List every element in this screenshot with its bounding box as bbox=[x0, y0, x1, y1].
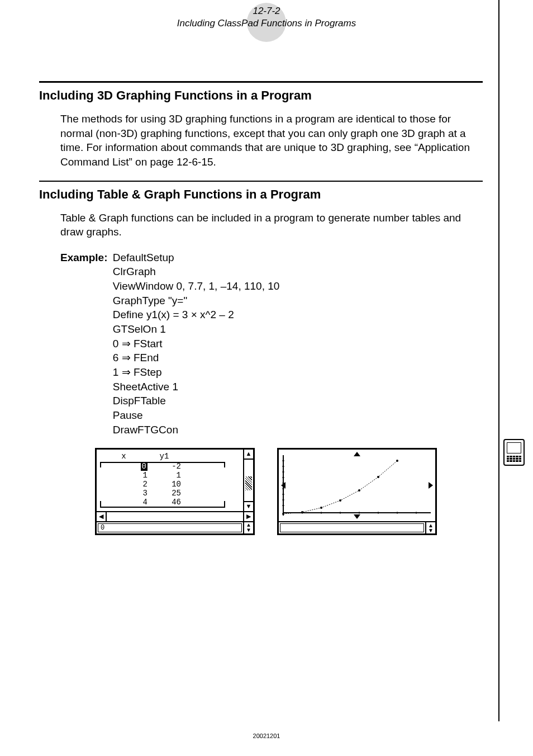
section-body-3d: The methods for using 3D graphing functi… bbox=[39, 112, 483, 169]
code-line: ViewWindow 0, 7.7, 1, –14, 110, 10 bbox=[113, 279, 280, 294]
code-line: SheetActive 1 bbox=[113, 380, 280, 394]
table-screenshot: x y1 0-211210325446 ▲ ▼ ◀ ▶ bbox=[95, 448, 255, 535]
code-line: 6 ⇒ FEnd bbox=[113, 351, 280, 365]
table-cell-y: 25 bbox=[147, 489, 181, 498]
code-line: DefaultSetup bbox=[113, 251, 280, 265]
section-heading-3d: Including 3D Graphing Functions in a Pro… bbox=[39, 88, 483, 103]
page-number: 12-7-2 bbox=[177, 6, 356, 17]
section-divider bbox=[39, 181, 483, 182]
table-col-x: x bbox=[100, 452, 147, 461]
section-divider bbox=[39, 81, 483, 83]
code-line: GraphType "y=" bbox=[113, 294, 280, 308]
code-line: GTSelOn 1 bbox=[113, 322, 280, 337]
code-block: DefaultSetup ClrGraph ViewWindow 0, 7.7,… bbox=[113, 251, 280, 437]
svg-marker-21 bbox=[429, 482, 433, 489]
table-cell-y: 1 bbox=[147, 471, 181, 480]
table-cell-x: 1 bbox=[100, 471, 147, 480]
page-subtitle: Including ClassPad Functions in Programs bbox=[177, 18, 356, 29]
table-row: 0-2 bbox=[100, 462, 240, 471]
status-value: 0 bbox=[98, 523, 242, 532]
example-label: Example: bbox=[60, 251, 107, 265]
code-line: 1 ⇒ FStep bbox=[113, 365, 280, 380]
table-row: 210 bbox=[100, 480, 240, 489]
footer-code: 20021201 bbox=[253, 733, 280, 739]
graph-status-value bbox=[280, 523, 424, 532]
code-line: DispFTable bbox=[113, 394, 280, 408]
svg-marker-19 bbox=[354, 514, 360, 519]
scroll-up-arrow-icon[interactable]: ▲ bbox=[244, 450, 253, 460]
vertical-scrollbar[interactable]: ▲ ▼ bbox=[243, 450, 253, 511]
horizontal-scrollbar[interactable]: ◀ ▶ bbox=[97, 512, 253, 522]
section-body-tablegraph: Table & Graph functions can be included … bbox=[39, 211, 483, 239]
section-heading-tablegraph: Including Table & Graph Functions in a P… bbox=[39, 187, 483, 202]
table-cell-x: 4 bbox=[100, 498, 147, 507]
code-line: 0 ⇒ FStart bbox=[113, 337, 280, 351]
scroll-down-arrow-icon[interactable]: ▼ bbox=[244, 501, 253, 511]
code-line: Define y1(x) = 3 × x^2 – 2 bbox=[113, 308, 280, 322]
svg-marker-18 bbox=[354, 452, 360, 456]
exec-icon[interactable]: ▲▼ bbox=[425, 522, 435, 533]
code-line: Pause bbox=[113, 408, 280, 423]
table-cell-x: 3 bbox=[100, 489, 147, 498]
exec-icon[interactable]: ▲▼ bbox=[243, 522, 253, 533]
table-cell-y: -2 bbox=[147, 462, 181, 471]
scroll-right-arrow-icon[interactable]: ▶ bbox=[243, 512, 253, 521]
scroll-thumb[interactable] bbox=[245, 476, 252, 490]
code-line: DrawFTGCon bbox=[113, 423, 280, 437]
table-cell-y: 10 bbox=[147, 480, 181, 489]
table-row: 446 bbox=[100, 498, 240, 507]
table-area: x y1 0-211210325446 bbox=[97, 450, 243, 511]
example-block: Example: DefaultSetup ClrGraph ViewWindo… bbox=[39, 251, 483, 437]
table-col-y: y1 bbox=[147, 452, 181, 461]
code-line: ClrGraph bbox=[113, 264, 280, 279]
table-cell-x: 0 bbox=[100, 462, 147, 471]
graph-plot bbox=[279, 450, 435, 522]
table-cell-x: 2 bbox=[100, 480, 147, 489]
page-header: 12-7-2 Including ClassPad Functions in P… bbox=[177, 6, 356, 29]
graph-screenshot: ▲▼ bbox=[277, 448, 437, 535]
scroll-left-arrow-icon[interactable]: ◀ bbox=[97, 512, 107, 521]
table-cell-y: 46 bbox=[147, 498, 181, 507]
table-row: 11 bbox=[100, 471, 240, 480]
table-row: 325 bbox=[100, 489, 240, 498]
